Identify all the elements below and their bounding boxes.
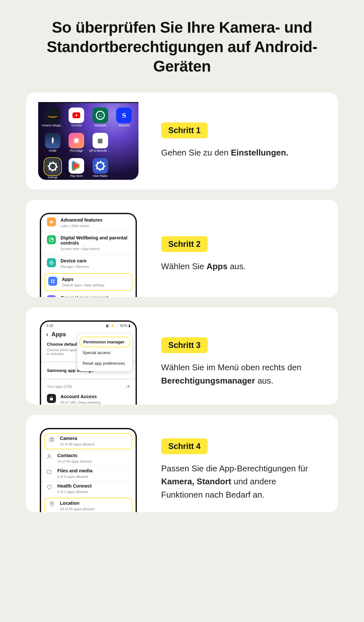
amazon-icon: [45, 108, 61, 123]
step-3-card: 3:10 ◧ ⚡ ⋰ 81% ▮ ‹ Apps Permission manag…: [26, 307, 338, 405]
row-sub: Labs • Side button: [61, 224, 89, 228]
app-pic[interactable]: PicCollage: [69, 133, 84, 156]
menu-item[interactable]: Special access: [77, 347, 132, 358]
app-qr[interactable]: ▦QR & Barcode Sca...: [89, 133, 111, 156]
pilates-icon: [93, 158, 108, 174]
app-label: Starbucks: [94, 124, 106, 127]
step-1-desc: Gehen Sie zu den Einstellungen.: [161, 146, 319, 159]
play-icon: [69, 158, 84, 174]
heart-icon: [46, 483, 53, 490]
app-label: Play Store: [70, 174, 83, 178]
svg-point-9: [51, 262, 52, 263]
perm-title: Health Connect: [57, 483, 131, 489]
settings-row-wellbeing[interactable]: Digital Wellbeing and parental controlsS…: [41, 232, 136, 255]
svg-point-3: [99, 114, 100, 115]
lock-icon: [47, 394, 56, 403]
settings-row-star[interactable]: Advanced featuresLabs • Side button: [41, 214, 136, 232]
overflow-menu: Permission managerSpecial accessReset ap…: [77, 334, 132, 371]
menu-item[interactable]: Permission manager: [80, 337, 130, 347]
account-access-title: Account Access: [61, 394, 130, 399]
phone-apps-screen: 3:10 ◧ ⚡ ⋰ 81% ▮ ‹ Apps Permission manag…: [40, 320, 137, 405]
status-time: 3:10: [46, 324, 53, 328]
step-4-desc: Passen Sie die App-Berechtigungen für Ka…: [161, 462, 319, 501]
sort-icon[interactable]: ↓≡: [125, 384, 130, 389]
svg-rect-12: [51, 282, 52, 283]
app-label: PicCollage: [70, 149, 83, 152]
apps-header-title: Apps: [51, 331, 66, 338]
app-sirius[interactable]: SSiriusXM: [116, 108, 132, 131]
perm-sub: 0 of 0 apps allowed: [57, 475, 88, 478]
app-label: Club Pilates: [93, 174, 107, 178]
menu-item[interactable]: Reset app preferences: [77, 358, 132, 369]
sirius-icon: S: [116, 108, 132, 123]
perm-row-pin[interactable]: Location19 of 45 apps allowed: [45, 498, 132, 512]
phone-settings-list: Advanced featuresLabs • Side buttonDigit…: [40, 213, 137, 297]
app-label: YouTube: [71, 124, 82, 127]
app-sbux[interactable]: Starbucks: [93, 108, 108, 131]
phone-permission-manager: Camera15 of 45 apps allowedContacts14 of…: [40, 428, 137, 512]
app-label: Kindle: [49, 149, 57, 152]
perm-row-camera[interactable]: Camera15 of 45 apps allowed: [45, 434, 132, 449]
yt-icon: [69, 108, 84, 123]
app-settings[interactable]: Settings: [44, 158, 61, 181]
svg-point-21: [51, 439, 52, 441]
sbux-icon: [93, 108, 108, 123]
app-pilates[interactable]: Club Pilates: [93, 158, 108, 181]
page-title: So überprüfen Sie Ihre Kamera- und Stand…: [26, 18, 338, 76]
step-2-badge: Schritt 2: [161, 236, 208, 252]
step-2-desc-post: aus.: [227, 261, 246, 271]
row-title: Device care: [61, 258, 130, 263]
perm-row-folder[interactable]: Files and media0 of 0 apps allowed: [41, 466, 136, 481]
account-access-sub: 40.57 MB, Deep sleeping: [61, 400, 101, 404]
divider: [41, 378, 136, 380]
settings-row-general[interactable]: General managementLanguage and keyboard …: [41, 292, 136, 297]
row-title: Apps: [62, 277, 128, 282]
svg-point-2: [97, 112, 104, 119]
svg-rect-13: [53, 282, 54, 283]
step-1-card: Amazon ShoppingYouTubeStarbucksSSiriusXM…: [26, 92, 338, 190]
app-label: Settings: [48, 176, 58, 179]
svg-rect-11: [53, 280, 54, 281]
wellbeing-icon: [47, 235, 56, 244]
app-yt[interactable]: YouTube: [69, 108, 84, 131]
step-2-desc: Wählen Sie Apps aus.: [161, 260, 319, 273]
step-2-desc-bold: Apps: [206, 261, 227, 271]
settings-row-apps[interactable]: AppsDefault apps • App settings: [45, 274, 132, 290]
app-row-account-access[interactable]: Account Access40.57 MB, Deep sleeping: [41, 391, 136, 405]
step-3-desc-bold: Berechtigungsmanager: [161, 376, 255, 386]
app-amazon[interactable]: Amazon Shopping: [42, 108, 64, 131]
step-1-badge: Schritt 1: [161, 122, 208, 138]
back-icon[interactable]: ‹: [46, 331, 48, 338]
step-3-desc-pre: Wählen Sie im Menü oben rechts den: [161, 363, 302, 372]
perm-title: Location: [60, 501, 128, 506]
qr-icon: ▦: [93, 133, 108, 148]
step-4-badge: Schritt 4: [161, 438, 208, 454]
svg-point-23: [51, 503, 52, 504]
row-title: General management: [61, 295, 130, 297]
step-4-desc-pre: Passen Sie die App-Berechtigungen für: [161, 464, 308, 473]
step-1-desc-pre: Gehen Sie zu den: [161, 148, 231, 157]
settings-icon: [45, 159, 61, 174]
folder-icon: [46, 468, 53, 475]
step-2-desc-pre: Wählen Sie: [161, 261, 206, 271]
perm-sub: 15 of 45 apps allowed: [60, 442, 94, 446]
apps-icon: [48, 277, 57, 286]
row-title: Advanced features: [61, 217, 130, 223]
svg-rect-20: [50, 438, 54, 441]
row-sub: Default apps • App settings: [62, 283, 105, 287]
general-icon: [47, 295, 56, 297]
step-1-desc-bold: Einstellungen.: [231, 148, 288, 157]
perm-sub: 19 of 45 apps allowed: [60, 507, 94, 511]
kindle-icon: [45, 133, 61, 148]
step-4-desc-bold: Kamera, Standort: [161, 477, 231, 486]
app-label: Amazon Shopping: [42, 124, 64, 127]
status-bar: 3:10 ◧ ⚡ ⋰ 81% ▮: [41, 322, 136, 330]
settings-row-device[interactable]: Device careStorage • Memory: [41, 255, 136, 272]
step-3-desc: Wählen Sie im Menü oben rechts den Berec…: [161, 361, 319, 387]
row-sub: Storage • Memory: [61, 265, 89, 269]
app-play[interactable]: Play Store: [69, 158, 84, 181]
step-4-card: Camera15 of 45 apps allowedContacts14 of…: [26, 415, 338, 512]
perm-row-heart[interactable]: Health Connect0 of 1 apps allowed: [41, 481, 136, 496]
perm-row-person[interactable]: Contacts14 of 43 apps allowed: [41, 451, 136, 466]
app-kindle[interactable]: Kindle: [45, 133, 61, 156]
